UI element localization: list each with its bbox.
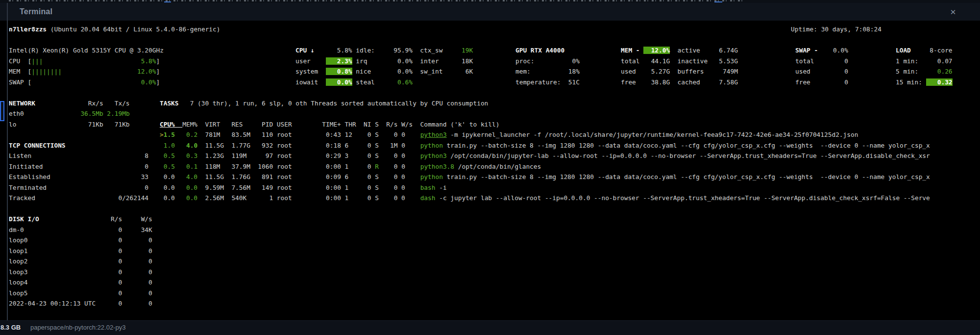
close-icon: ✕ [950, 8, 956, 16]
terminal-line: user 2.3% irq 0.0% inter 18K [295, 56, 473, 67]
terminal-line: MEM [|||||||| 12.0%] [9, 66, 220, 77]
terminal-line: Intel(R) Xeon(R) Gold 5315Y CPU @ 3.20GH… [9, 45, 220, 56]
terminal-line: free 0 [795, 77, 848, 88]
terminal-block-mem: MEM - 12.0% active 6.74Gtotal 44.1G inac… [621, 45, 738, 87]
terminal-line: >1.5 0.2 781M 83.5M 110 root 0:43 12 0 S… [160, 129, 930, 140]
terminal-line [160, 108, 930, 119]
terminal-line: total 0 [795, 56, 848, 67]
terminal-line: LOAD 8-core [896, 45, 953, 56]
terminal-line: 5 min: 0.26 [896, 66, 953, 77]
terminal-line: 15 min: 0.32 [896, 77, 953, 88]
clipped-tab-indicator [164, 1, 171, 2]
terminal-line: used 5.27G buffers 749M [621, 66, 738, 77]
terminal-line: free 38.8G cached 7.58G [621, 77, 738, 88]
terminal-line: mem: 18% [515, 66, 580, 77]
clipped-text-texture [9, 0, 744, 1]
terminal-line: CPU% MEM% VIRT RES PID USER TIME+ THR NI… [160, 119, 930, 130]
terminal-line: CPU [||| 5.8%] [9, 56, 220, 67]
panel-title: Terminal [20, 7, 52, 16]
terminal-line [9, 35, 220, 46]
clipped-tab-indicator [714, 1, 722, 2]
terminal-screen[interactable]: Uptime: 30 days, 7:08:24 n7ller8zzs (Ubu… [0, 21, 980, 320]
terminal-line [9, 204, 220, 214]
terminal-line: 0.0 4.0 11.5G 1.76G 891 root 0:09 6 0 S … [160, 172, 930, 182]
terminal-line: loop0 0 0 [9, 235, 220, 246]
uptime-text: Uptime: 30 days, 7:08:24 [791, 24, 882, 35]
terminal-line: 0.0 0.0 2.56M 540K 1 root 0:00 1 0 S 0 0… [160, 193, 930, 204]
terminal-line: TASKS 7 (30 thr), 1 run, 6 slp, 0 oth Th… [160, 98, 930, 109]
status-bar: 8.3 GB paperspace/nb-pytorch:22.02-py3 [0, 320, 980, 335]
terminal-line: loop4 0 0 [9, 277, 220, 288]
terminal-line: SWAP - 0.0% [795, 45, 848, 56]
terminal-line: DISK I/O R/s W/s [9, 214, 220, 225]
container-image-name: paperspace/nb-pytorch:22.02-py3 [30, 324, 125, 331]
terminal-line: loop5 0 0 [9, 288, 220, 299]
terminal-line: system 0.8% nice 0.0% sw_int 6K [295, 66, 473, 77]
terminal-line: loop2 0 0 [9, 256, 220, 267]
terminal-block-gpu: GPU RTX A4000proc: 0%mem: 18%temperature… [515, 45, 580, 87]
memory-usage: 8.3 GB [0, 324, 21, 331]
terminal-line: 2022-04-23 00:12:13 UTC 0 0 [9, 298, 220, 309]
panel-left-border [7, 3, 8, 320]
terminal-block-cpu: CPU ↓ 5.8% idle: 95.9% ctx_sw 19Kuser 2.… [295, 45, 473, 87]
terminal-block-swap: SWAP - 0.0%total 0used 0free 0 [795, 45, 848, 87]
terminal-line [9, 87, 220, 98]
terminal-line: 0.5 0.1 118M 37.9M 1060 root 0:00 1 0 R … [160, 161, 930, 172]
terminal-line: CPU ↓ 5.8% idle: 95.9% ctx_sw 19K [295, 45, 473, 56]
close-button[interactable]: ✕ [948, 7, 958, 18]
terminal-line: 0.0 0.0 9.59M 7.56M 149 root 0:00 1 0 S … [160, 182, 930, 193]
terminal-line: MEM - 12.0% active 6.74G [621, 45, 738, 56]
terminal-block-tasks: TASKS 7 (30 thr), 1 run, 6 slp, 0 oth Th… [160, 98, 930, 204]
scroll-indicator[interactable] [0, 101, 4, 121]
terminal-panel-header: Terminal ✕ [0, 3, 980, 21]
terminal-line: 0.5 0.3 1.23G 119M 97 root 0:29 3 0 S 0 … [160, 151, 930, 161]
terminal-line: dm-0 0 34K [9, 225, 220, 235]
terminal-line: total 44.1G inactive 5.53G [621, 56, 738, 67]
terminal-block-load: LOAD 8-core1 min: 0.075 min: 0.2615 min:… [896, 45, 953, 87]
terminal-line: n7ller8zzs (Ubuntu 20.04 64bit / Linux 5… [9, 24, 220, 35]
terminal-line: SWAP [ 0.0%] [9, 77, 220, 88]
terminal-line: used 0 [795, 66, 848, 77]
page: Terminal ✕ Uptime: 30 days, 7:08:24 n7ll… [0, 0, 980, 335]
terminal-line: loop1 0 0 [9, 246, 220, 257]
terminal-line: proc: 0% [515, 56, 580, 67]
terminal-line: GPU RTX A4000 [515, 45, 580, 56]
terminal-line: 1.0 4.0 11.5G 1.77G 932 root 0:18 6 0 S … [160, 140, 930, 151]
terminal-line: temperature: 51C [515, 77, 580, 88]
terminal-line: 1 min: 0.07 [896, 56, 953, 67]
terminal-line: loop3 0 0 [9, 267, 220, 278]
terminal-line: iowait 0.0% steal 0.6% [295, 77, 473, 88]
